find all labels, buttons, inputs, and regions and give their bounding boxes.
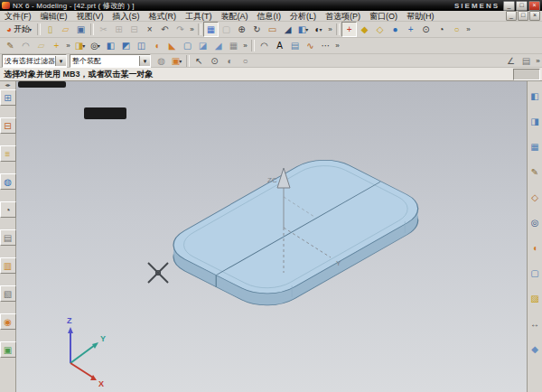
graphics-window[interactable]: ZC Y Z Y X [16,81,527,392]
redo-button[interactable]: ↷ [173,22,188,37]
shaded-pick-button[interactable]: ◐ [222,53,238,69]
minimize-button[interactable]: _ [503,1,515,11]
boolean-tool[interactable]: ▦ [528,139,542,154]
sketch-curve-button[interactable]: ◠ [18,38,33,53]
sweep-button[interactable]: ∿ [303,38,318,53]
subtract-button[interactable]: ◩ [118,38,134,53]
text-button[interactable]: A [272,38,287,53]
edge-blend-button[interactable]: ◖ [149,38,164,53]
selection-filter-combo[interactable]: 没有选择过滤器 ▾ [2,54,67,68]
selection-scope-dropdown-icon[interactable]: ▾ [139,56,150,66]
model-plate[interactable] [158,152,434,313]
snap-quadrant-button[interactable]: ◔ [434,22,449,37]
selection-bar-overflow[interactable]: » [534,54,542,68]
menu-window[interactable]: 窗口(O) [365,11,402,22]
wireframe-pick-button[interactable]: ○ [238,53,253,69]
point-button[interactable]: + [49,38,64,53]
sketch-tool[interactable]: ✎ [528,164,542,180]
menu-insert[interactable]: 插入(S) [108,11,145,22]
delete-button[interactable]: × [142,22,157,37]
selection-scope-combo[interactable]: 整个装配 ▾ [70,54,151,68]
display-mode-button[interactable]: ◧▾ [295,22,311,37]
chamfer-button[interactable]: ◣ [164,38,180,53]
render-style-button-caret[interactable]: ▾ [320,26,322,33]
snap-control-point-button[interactable]: ● [388,22,403,37]
resource-bar-dock-handle[interactable]: ◂▸ [5,81,10,89]
blend-tool[interactable]: ◖ [528,240,542,256]
inside-selection-button[interactable]: ⊙ [207,53,222,69]
window-layout-button[interactable]: ▦ [203,22,219,37]
pattern-tool[interactable]: ▨ [528,291,542,306]
undo-button[interactable]: ↶ [157,22,173,37]
curve-toolbar-overflow[interactable]: » [333,39,341,52]
display-mode-button-caret[interactable]: ▾ [305,26,308,33]
shell-tool[interactable]: ▢ [528,266,542,281]
render-style-button[interactable]: ◐▾ [311,22,326,37]
hole-tool[interactable]: ◎ [528,215,542,230]
internet-explorer[interactable]: ◍ [0,173,16,190]
intersect-button[interactable]: ◫ [134,38,149,53]
trim-body-button[interactable]: ◪ [195,38,210,53]
surface-button[interactable]: ▤ [287,38,303,53]
snap-end-point-button[interactable]: ◆ [357,22,372,37]
block-tool[interactable]: ◧ [528,89,542,104]
move-tool[interactable]: ↔ [528,316,542,331]
point-set-button[interactable]: ⋯ [318,38,333,53]
snap-point-button[interactable]: ○ [449,22,464,37]
measure-button[interactable]: ∠ [503,53,519,69]
rotate-target-crosshair[interactable] [148,263,168,283]
start-button[interactable]: ◕开始▾ [3,22,35,37]
snap-arc-center-button[interactable]: ⊙ [418,22,434,37]
snap-options-button[interactable]: ◍ [154,53,169,69]
templates[interactable]: ▧ [0,285,16,302]
datum-tool[interactable]: ◇ [528,190,542,205]
extrude-button[interactable]: ◨▾ [72,38,88,53]
snap-enable-button[interactable]: ▣▾ [169,53,184,69]
mdi-close-button[interactable]: × [529,11,540,21]
history[interactable]: ◔ [0,201,16,218]
menu-format[interactable]: 格式(R) [145,11,182,22]
snap-toolbar-overflow[interactable]: » [464,23,472,36]
maximize-button[interactable]: □ [516,1,528,11]
system-scenes[interactable]: ▤ [0,229,16,246]
new-part-button[interactable]: ▯ [42,22,58,37]
clip-section-button[interactable]: ◢ [280,22,295,37]
gallery[interactable]: ▣ [0,341,16,358]
unite-button[interactable]: ◧ [103,38,118,53]
menu-information[interactable]: 信息(I) [253,11,286,22]
menu-assemblies[interactable]: 装配(A) [217,11,253,22]
mdi-minimize-button[interactable]: _ [506,11,517,21]
hole-button-caret[interactable]: ▾ [98,42,100,49]
zoom-button[interactable]: ⊕ [234,22,249,37]
cylinder-tool[interactable]: ◨ [528,114,542,129]
info-button[interactable]: ▤ [519,53,534,69]
shell-button[interactable]: ▢ [180,38,195,53]
snap-mid-point-button[interactable]: ◇ [372,22,388,37]
standard-toolbar-overflow[interactable]: » [188,23,196,36]
menu-help[interactable]: 帮助(H) [402,11,439,22]
menu-preferences[interactable]: 首选项(P) [321,11,365,22]
draft-button[interactable]: ◢ [210,38,226,53]
roles[interactable]: ▥ [0,257,16,274]
open-button[interactable]: ▱ [58,22,73,37]
start-button-caret[interactable]: ▾ [29,26,32,33]
user-tools[interactable]: ◉ [0,313,16,330]
fit-window-button[interactable]: ▭ [265,22,280,37]
menu-edit[interactable]: 编辑(E) [36,11,72,22]
save-button[interactable]: ▣ [73,22,89,37]
menu-file[interactable]: 文件(F) [0,11,36,22]
menu-view[interactable]: 视图(V) [72,11,108,22]
sketch-toolbar-overflow[interactable]: » [64,39,72,52]
hole-button[interactable]: ◎▾ [88,38,103,53]
datum-plane-button[interactable]: ▱ [33,38,49,53]
extrude-button-caret[interactable]: ▾ [82,42,85,49]
select-cursor-button[interactable]: ↖ [192,53,207,69]
menu-tools[interactable]: 工具(T) [181,11,217,22]
pattern-button[interactable]: ▦ [226,38,241,53]
feature-toolbar-overflow[interactable]: » [241,39,249,52]
arc-button[interactable]: ◠ [257,38,272,53]
constraint-navigator[interactable]: ⊟ [0,117,16,134]
part-navigator[interactable]: ≡ [0,145,16,162]
mdi-restore-button[interactable]: □ [518,11,528,21]
dynamic-csys-button[interactable]: + [341,22,357,37]
